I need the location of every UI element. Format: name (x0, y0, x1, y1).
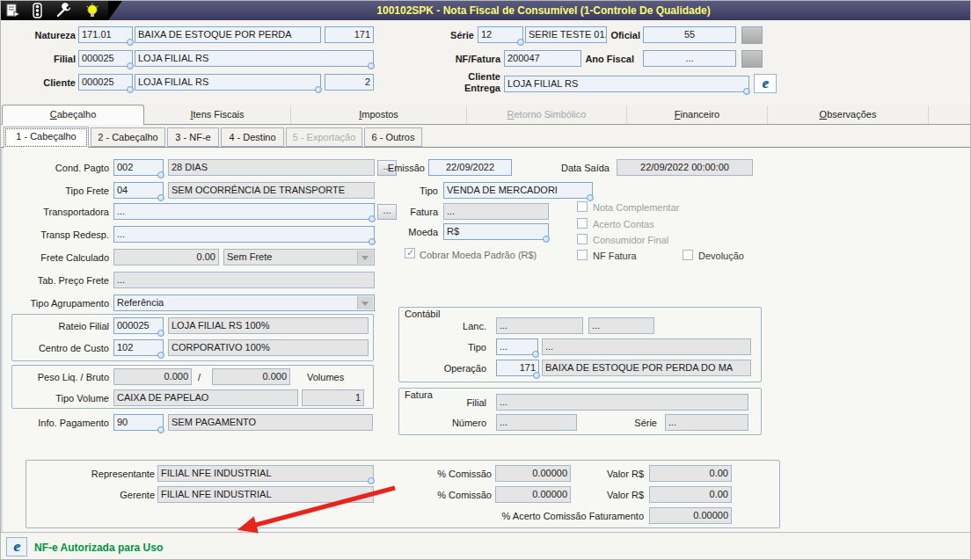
exit-icon[interactable] (4, 3, 22, 18)
tab-financeiro[interactable]: Financeiro (627, 105, 768, 124)
rateio-filial-desc-field[interactable]: LOJA FILIAL RS 100% (168, 317, 369, 334)
lightbulb-icon[interactable] (84, 3, 101, 18)
natureza-grupo-field[interactable]: 171 (325, 26, 374, 43)
contabil-tipo-desc-field[interactable]: ... (542, 338, 751, 355)
lookup-icon (127, 39, 134, 46)
tab-itens-fiscais[interactable]: Itens Fiscais (144, 105, 291, 124)
devolucao-checkbox[interactable] (683, 250, 693, 260)
sub-tabbar: 1 - Cabeçalho 2 - Cabeçalho 3 - NF-e 4 -… (1, 125, 971, 148)
peso-bruto-field[interactable]: 0.000 (212, 368, 290, 385)
centro-custo-desc-field[interactable]: CORPORATIVO 100% (168, 339, 369, 356)
comissao-rep-field[interactable]: 0.00000 (495, 465, 571, 482)
nfe-danfe-button[interactable]: e (754, 74, 777, 93)
operacao-desc-field[interactable]: BAIXA DE ESTOQUE POR PERDA DO MA (542, 360, 751, 376)
serie-code-field[interactable]: 12 (478, 26, 523, 43)
frete-modalidade-dropdown[interactable]: Sem Frete (223, 249, 375, 265)
chevron-down-icon[interactable] (357, 251, 373, 264)
subtab-6-outros[interactable]: 6 - Outros (364, 127, 422, 147)
volumes-label: Volumes (307, 372, 360, 383)
cobrar-moeda-label: Cobrar Moeda Padrão (R$) (420, 250, 569, 261)
ano-fiscal-field[interactable]: ... (643, 50, 736, 67)
contabil-tipo-code-field[interactable]: ... (496, 338, 538, 355)
nf-fatura-checkbox[interactable] (577, 250, 588, 260)
traffic-light-icon[interactable] (29, 3, 47, 18)
lookup-icon (157, 352, 164, 359)
rateio-filial-code-field[interactable]: 000025 (113, 317, 164, 334)
tab-observacoes[interactable]: Observações (768, 105, 929, 124)
acerto-comissao-label: % Acerto Comissão Faturamento (423, 511, 644, 522)
cliente-loja-field[interactable]: 2 (325, 74, 374, 91)
tab-preco-frete-field[interactable]: ... (113, 272, 375, 288)
nota-fiscal-window: 100102SPK - Nota Fiscal de Consumível (1… (0, 0, 971, 560)
oficial-field[interactable]: 55 (643, 26, 736, 43)
tipo-frete-desc-field[interactable]: SEM OCORRÊNCIA DE TRANSPORTE (168, 182, 375, 199)
peso-liquido-field[interactable]: 0.000 (113, 368, 192, 385)
natureza-code-field[interactable]: 171.01 (78, 26, 133, 43)
comissao-rep-label: % Comissão (414, 469, 492, 480)
natureza-desc-field[interactable]: BAIXA DE ESTOQUE POR PERDA (135, 26, 321, 43)
gerente-field[interactable]: FILIAL NFE INDUSTRIAL (157, 486, 374, 503)
acerto-comissao-field[interactable]: 0.00000 (649, 507, 732, 524)
tab-cabecalho[interactable]: Cabeçalho (2, 105, 144, 125)
cobrar-moeda-checkbox[interactable] (405, 248, 415, 258)
lookup-icon (368, 62, 375, 69)
cliente-entrega-field[interactable]: LOJA FILIAL RS (504, 76, 749, 92)
cond-pagto-code-field[interactable]: 002 (113, 159, 164, 176)
nota-complementar-checkbox[interactable] (577, 201, 588, 212)
tab-preco-frete-label: Tab. Preço Frete (18, 275, 109, 287)
centro-custo-code-field[interactable]: 102 (113, 339, 164, 356)
valor-rep-field[interactable]: 0.00 (649, 465, 732, 482)
operacao-code-field[interactable]: 171 (496, 360, 539, 376)
oficial-button[interactable] (741, 26, 763, 44)
moeda-field[interactable]: R$ (443, 223, 549, 240)
tipo-volume-field[interactable]: CAIXA DE PAPELAO (113, 389, 298, 406)
nfe-status-button[interactable]: e (6, 537, 27, 556)
ano-fiscal-button[interactable] (741, 50, 763, 68)
fatura-numero-field[interactable]: ... (496, 414, 577, 431)
transportadora-field[interactable]: ... (113, 203, 375, 220)
acerto-contas-label: Acerto Contas (593, 219, 707, 230)
cond-pagto-desc-field[interactable]: 28 DIAS (168, 159, 375, 176)
chevron-down-icon[interactable] (357, 296, 373, 309)
info-pagamento-desc-field[interactable]: SEM PAGAMENTO (168, 414, 373, 431)
valor-ger-field[interactable]: 0.00 (649, 486, 732, 503)
fatura-field[interactable]: ... (443, 203, 549, 220)
subtab-3-nfe[interactable]: 3 - NF-e (167, 127, 219, 147)
cliente-desc-field[interactable]: LOJA FILIAL RS (135, 74, 321, 91)
fatura-serie-field[interactable]: ... (665, 414, 748, 431)
fatura-filial-field[interactable]: ... (496, 394, 748, 411)
acerto-contas-checkbox[interactable] (577, 218, 588, 229)
cliente-code-field[interactable]: 000025 (78, 74, 133, 91)
moeda-label: Moeda (388, 227, 438, 238)
subtab-2-cabecalho[interactable]: 2 - Cabeçalho (91, 127, 165, 147)
subtab-5-exportacao[interactable]: 5 - Exportação (286, 127, 362, 147)
emissao-field[interactable]: 22/09/2022 (428, 159, 512, 176)
lookup-icon (543, 236, 550, 243)
lanc-2-field[interactable]: ... (588, 317, 654, 334)
representante-field[interactable]: FILIAL NFE INDUSTRIAL (157, 465, 374, 482)
tipo-agrupamento-dropdown[interactable]: Referência (113, 295, 375, 311)
subtab-4-destino[interactable]: 4 - Destino (221, 127, 284, 147)
title-bar: 100102SPK - Nota Fiscal de Consumível (1… (1, 1, 971, 20)
tab-retorno-simbolico[interactable]: Retorno Simbólico (467, 105, 627, 124)
filial-code-field[interactable]: 000025 (78, 50, 133, 67)
lanc-label: Lanc. (405, 321, 486, 332)
lanc-1-field[interactable]: ... (496, 317, 583, 334)
wrench-icon[interactable] (55, 3, 73, 18)
tipo-field[interactable]: VENDA DE MERCADORI (443, 182, 593, 199)
tab-impostos[interactable]: Impostos (291, 105, 467, 124)
info-pagamento-code-field[interactable]: 90 (113, 414, 164, 431)
comissao-ger-field[interactable]: 0.00000 (495, 486, 571, 503)
data-saida-field[interactable]: 22/09/2022 00:00:00 (617, 159, 753, 176)
nfe-icon: e (755, 75, 776, 92)
lookup-icon (532, 351, 539, 358)
tipo-frete-code-field[interactable]: 04 (113, 182, 164, 199)
representante-label: Representante (36, 469, 155, 480)
status-message: NF-e Autorizada para Uso (34, 542, 163, 554)
subtab-1-cabecalho[interactable]: 1 - Cabeçalho (4, 127, 89, 149)
transp-redesp-field[interactable]: ... (113, 226, 375, 243)
consumidor-final-checkbox[interactable] (577, 234, 588, 244)
frete-calculado-field[interactable]: 0.00 (113, 249, 219, 265)
volumes-field[interactable]: 1 (302, 389, 364, 406)
filial-desc-field[interactable]: LOJA FILIAL RS (135, 50, 374, 67)
